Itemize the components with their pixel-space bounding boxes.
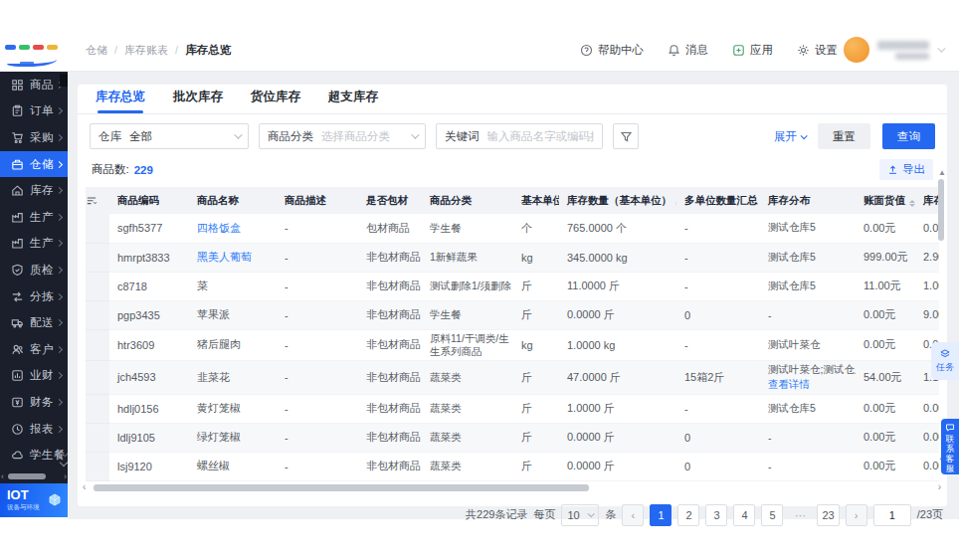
sidebar-item-生产[interactable]: 生产	[0, 204, 68, 231]
cell-product-name: 黑美人葡萄	[189, 243, 277, 272]
product-name-link[interactable]: 黑美人葡萄	[197, 251, 252, 263]
distribution-text: 测试叶菜仓;测试仓库5	[768, 363, 856, 375]
column-header-库存数量（基本单位）[interactable]: 库存数量（基本单位）	[559, 187, 676, 214]
cell-stock-distribution: 测试仓库5	[760, 214, 856, 243]
sidebar-item-客户[interactable]: 客户	[0, 336, 68, 363]
cell-stock-qty: 0.0000 斤	[559, 423, 676, 452]
chevron-right-icon	[56, 425, 63, 432]
cell-avg-price: 0.00元	[915, 452, 939, 480]
sidebar-item-库存[interactable]: 库存	[0, 177, 68, 204]
expand-filters-link[interactable]: 展开	[774, 129, 806, 144]
cell-stock-qty: 0.0000 斤	[559, 452, 676, 480]
topbar-action-帮助中心[interactable]: 帮助中心	[580, 43, 644, 58]
cell-stock-qty: 765.0000 个	[559, 214, 676, 243]
export-button[interactable]: 导出	[879, 159, 933, 180]
tab-货位库存[interactable]: 货位库存	[251, 89, 300, 113]
cell-description: -	[277, 300, 358, 329]
sort-desc-icon	[909, 204, 915, 207]
sidebar-item-采购[interactable]: 采购	[0, 124, 68, 151]
scroll-right-icon[interactable]: ›	[938, 481, 941, 492]
topbar-action-应用[interactable]: 应用	[732, 43, 773, 58]
filter-funnel-button[interactable]	[613, 123, 639, 149]
page-jump-input[interactable]	[873, 504, 911, 526]
topbar-action-label: 设置	[815, 43, 838, 58]
user-menu[interactable]	[844, 37, 943, 63]
sidebar-item-仓储[interactable]: 仓储	[0, 151, 68, 178]
prev-page-button[interactable]: ‹	[622, 504, 644, 526]
column-header-账面货值[interactable]: 账面货值	[856, 187, 915, 214]
contact-service-button[interactable]: 联系客服	[941, 419, 959, 474]
breadcrumb-inventory-ledger[interactable]: 库存账表	[124, 43, 178, 58]
scrollbar-thumb[interactable]	[8, 473, 46, 479]
tab-批次库存[interactable]: 批次库存	[173, 89, 223, 113]
chevron-right-icon	[56, 214, 63, 221]
scroll-left-icon[interactable]: ‹	[1, 471, 4, 481]
cell-is-packing: 包材商品	[358, 214, 422, 243]
sidebar-item-订单[interactable]: 订单	[0, 98, 68, 125]
cell-multi-unit-qty: 15箱2斤	[676, 360, 760, 394]
topbar-action-设置[interactable]: 设置	[797, 43, 838, 58]
scroll-right-icon[interactable]: ›	[64, 471, 67, 481]
sidebar-item-生产[interactable]: 生产	[0, 231, 68, 258]
task-label: 任务	[936, 361, 954, 374]
page-button-5[interactable]: 5	[761, 504, 783, 526]
reset-button[interactable]: 重置	[818, 123, 870, 149]
sidebar-item-质检[interactable]: 质检	[0, 257, 68, 283]
cell-is-packing: 非包材商品	[358, 423, 422, 452]
category-label: 商品分类	[268, 129, 313, 144]
cell-product-name: 黄灯笼椒	[189, 394, 277, 423]
sort-desc-icon	[675, 204, 676, 207]
sidebar-scrollbar-top[interactable]	[60, 74, 68, 87]
sidebar-item-商品[interactable]: 商品	[0, 72, 68, 98]
task-panel-button[interactable]: 任务	[931, 342, 959, 380]
tab-库存总览[interactable]: 库存总览	[96, 89, 145, 113]
sidebar-item-财务[interactable]: 财务	[0, 389, 68, 416]
breadcrumb-warehouse[interactable]: 仓储	[86, 43, 117, 58]
column-header-是否包材: 是否包材	[358, 187, 422, 214]
product-name-text: 猪后腿肉	[197, 338, 241, 350]
scrollbar-thumb[interactable]	[938, 179, 944, 241]
column-header-库存分布: 库存分布	[760, 187, 856, 214]
chevron-right-icon	[56, 161, 63, 168]
keyword-input[interactable]	[487, 130, 595, 142]
page-total-suffix: /23页	[917, 507, 943, 522]
customer-icon	[11, 343, 24, 356]
page-button-3[interactable]: 3	[705, 504, 727, 526]
next-page-button[interactable]: ›	[846, 504, 867, 526]
scrollbar-thumb[interactable]	[94, 484, 589, 491]
page-button-1[interactable]: 1	[650, 504, 671, 526]
avatar[interactable]	[844, 37, 869, 63]
sidebar-item-配送[interactable]: 配送	[0, 309, 68, 336]
iot-banner[interactable]: IOT 设备与环境	[0, 483, 68, 517]
view-detail-link[interactable]: 查看详情	[768, 378, 856, 392]
sidebar-item-学生餐[interactable]: 学生餐	[0, 442, 68, 468]
sort-icon[interactable]	[675, 200, 676, 207]
table-row: htr3609猪后腿肉-非包材商品原料11/干调类/生生系列商品kg1.0000…	[86, 329, 939, 360]
page-button-2[interactable]: 2	[677, 504, 699, 526]
page-button-23[interactable]: 23	[817, 504, 839, 526]
sidebar-horizontal-scrollbar[interactable]: ‹ ›	[0, 469, 68, 483]
topbar-action-消息[interactable]: 消息	[668, 43, 708, 58]
scroll-up-icon[interactable]: ▲	[938, 168, 946, 177]
column-header-多单位数量汇总: 多单位数量汇总	[676, 187, 760, 214]
per-page-select[interactable]: 10	[561, 504, 599, 526]
column-header-基本单位: 基本单位	[513, 187, 559, 214]
sidebar-item-报表[interactable]: 报表	[0, 416, 68, 443]
sidebar-item-分拣[interactable]: 分拣	[0, 283, 68, 310]
chevron-down-icon	[234, 130, 242, 138]
page-button-4[interactable]: 4	[733, 504, 755, 526]
cell-is-packing: 非包材商品	[358, 243, 422, 272]
cell-stock-qty: 1.0000 kg	[559, 329, 676, 360]
scroll-left-icon[interactable]: ‹	[83, 481, 86, 492]
sort-icon[interactable]	[909, 200, 915, 207]
sidebar-item-业财[interactable]: 业财	[0, 363, 68, 390]
table-horizontal-scrollbar[interactable]: ‹ ›	[86, 483, 939, 493]
warehouse-select[interactable]: 仓库 全部	[90, 123, 249, 149]
sidebar-item-label: 生产	[30, 236, 57, 251]
category-select[interactable]: 商品分类 选择商品分类	[259, 123, 426, 149]
column-settings-header[interactable]	[86, 187, 109, 214]
row-fixed-cell	[86, 214, 109, 243]
search-button[interactable]: 查询	[882, 123, 935, 149]
tab-超支库存[interactable]: 超支库存	[328, 89, 378, 113]
product-name-link[interactable]: 四格饭盒	[197, 222, 241, 234]
